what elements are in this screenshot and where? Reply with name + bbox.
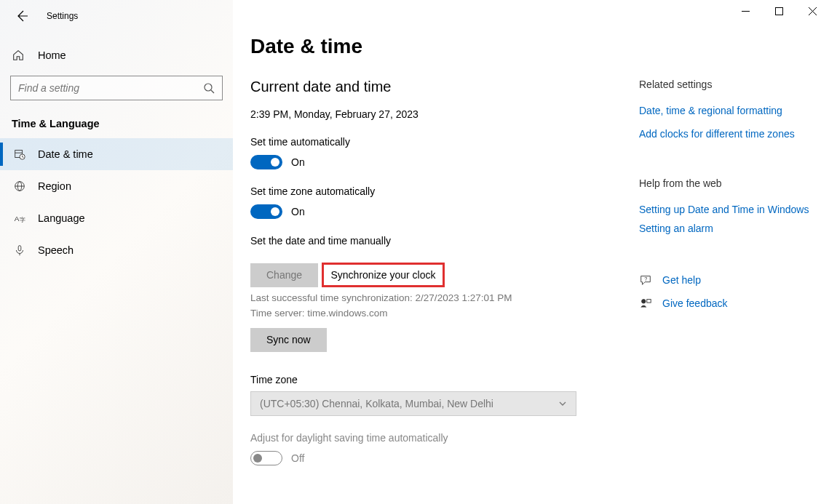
maximize-icon [775,7,783,15]
help-heading: Help from the web [639,177,828,189]
related-column: Related settings Date, time & regional f… [639,79,828,465]
calendar-clock-icon [13,148,26,161]
main-content: Date & time Current date and time 2:39 P… [233,0,829,504]
auto-tz-toggle[interactable] [250,204,282,219]
sync-heading: Synchronize your clock [331,269,436,281]
page-title: Date & time [250,35,829,58]
chevron-down-icon [558,399,567,408]
get-help-label: Get help [662,274,701,286]
feedback-icon [639,297,652,310]
nav-item-label: Speech [38,244,74,256]
nav-language[interactable]: A字 Language [0,202,233,234]
auto-time-label: Set time automatically [250,136,622,148]
current-datetime-value: 2:39 PM, Monday, February 27, 2023 [250,108,622,120]
sync-server: Time server: time.windows.com [250,307,622,321]
feedback-row[interactable]: Give feedback [639,297,828,310]
search-input[interactable] [18,82,203,94]
timezone-dropdown: (UTC+05:30) Chennai, Kolkata, Mumbai, Ne… [250,391,576,416]
link-help-alarm[interactable]: Setting an alarm [639,223,828,234]
timezone-label: Time zone [250,374,622,385]
nav-item-label: Language [38,212,85,224]
link-add-clocks[interactable]: Add clocks for different time zones [639,128,828,140]
window-minimize[interactable] [729,0,762,22]
get-help-row[interactable]: ? Get help [639,273,828,287]
link-regional-formatting[interactable]: Date, time & regional formatting [639,105,828,116]
nav-home[interactable]: Home [0,41,233,70]
svg-point-0 [205,84,212,91]
auto-time-toggle[interactable] [250,155,282,169]
change-button: Change [250,263,318,287]
top-bar: Settings [0,0,233,32]
svg-point-19 [642,300,646,303]
auto-tz-state: On [291,206,305,217]
back-button[interactable] [15,9,29,23]
svg-rect-20 [647,300,651,303]
home-icon [12,49,25,62]
nav-item-label: Region [38,180,71,192]
svg-rect-12 [18,246,21,251]
dst-label: Adjust for daylight saving time automati… [250,432,622,444]
nav-home-label: Home [38,49,66,61]
close-icon [809,7,817,15]
window-controls [729,0,829,22]
svg-text:字: 字 [20,217,25,223]
current-datetime-heading: Current date and time [250,79,622,95]
settings-column: Current date and time 2:39 PM, Monday, F… [250,79,622,465]
link-help-datetime[interactable]: Setting up Date and Time in Windows [639,204,828,215]
globe-icon [13,180,26,193]
auto-tz-label: Set time zone automatically [250,185,622,197]
window-title: Settings [47,11,78,21]
nav-item-label: Date & time [38,148,93,160]
svg-text:?: ? [644,276,647,282]
search-box[interactable] [10,76,223,100]
sync-last: Last successful time synchronization: 2/… [250,292,622,305]
minimize-icon [742,7,750,15]
dst-toggle [250,451,282,465]
svg-line-1 [211,90,214,93]
svg-text:A: A [15,215,20,223]
related-heading: Related settings [639,79,828,90]
sync-heading-highlight: Synchronize your clock [322,263,445,287]
sidebar: Settings Home Time & Language Date & tim… [0,0,233,504]
manual-datetime-label: Set the date and time manually [250,235,622,247]
sync-now-button[interactable]: Sync now [250,328,327,352]
language-icon: A字 [13,212,26,225]
arrow-left-icon [15,9,29,23]
feedback-label: Give feedback [662,297,728,309]
sidebar-section-header: Time & Language [0,100,233,138]
search-icon [203,82,215,94]
timezone-value: (UTC+05:30) Chennai, Kolkata, Mumbai, Ne… [260,398,493,409]
chat-help-icon: ? [639,273,652,287]
nav-region[interactable]: Region [0,170,233,202]
auto-time-state: On [291,156,305,168]
nav-speech[interactable]: Speech [0,234,233,266]
window-maximize[interactable] [762,0,796,22]
nav-date-time[interactable]: Date & time [0,138,233,170]
svg-rect-15 [775,7,782,15]
microphone-icon [13,244,26,257]
window-close[interactable] [796,0,829,22]
dst-state: Off [291,452,304,464]
